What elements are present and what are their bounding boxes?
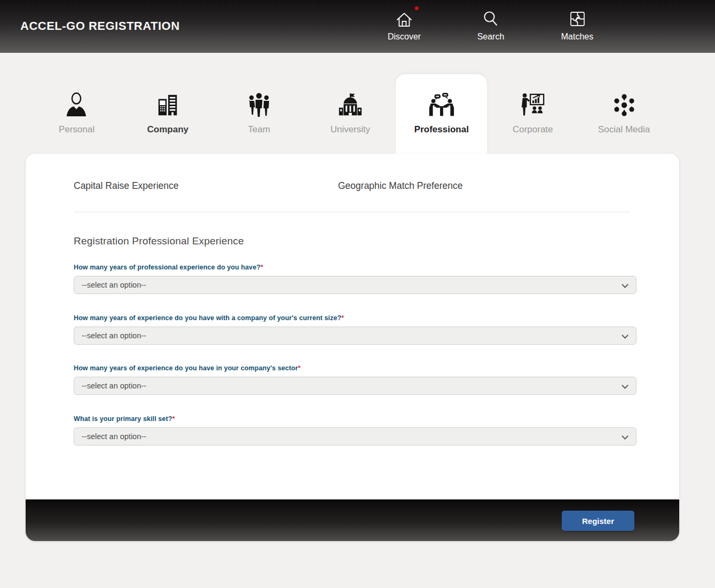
tab-label: University bbox=[331, 124, 371, 135]
required-asterisk: * bbox=[298, 364, 301, 372]
registration-panel: Capital Raise Experience Geographic Matc… bbox=[26, 154, 679, 541]
field-company-size-experience-years: How many years of experience do you have… bbox=[74, 314, 637, 345]
buildings-icon bbox=[155, 91, 180, 120]
field-label: How many years of experience do you have… bbox=[74, 314, 637, 322]
select-value: --select an option-- bbox=[82, 331, 146, 340]
top-nav: Discover Search bbox=[361, 7, 649, 42]
select-primary-skill-set[interactable]: --select an option-- bbox=[74, 427, 637, 446]
register-button[interactable]: Register bbox=[562, 511, 634, 531]
chevron-down-icon bbox=[622, 433, 628, 440]
tab-corporate[interactable]: Corporate bbox=[487, 74, 578, 154]
select-company-size-experience-years[interactable]: --select an option-- bbox=[74, 327, 637, 345]
tab-university[interactable]: University bbox=[305, 74, 396, 154]
required-asterisk: * bbox=[172, 415, 175, 423]
notification-badge bbox=[415, 6, 419, 10]
puzzle-icon bbox=[567, 10, 587, 30]
tab-label: Team bbox=[248, 124, 270, 135]
chevron-down-icon bbox=[622, 332, 628, 339]
tab-company[interactable]: Company bbox=[122, 74, 214, 154]
network-dots-icon bbox=[611, 91, 637, 120]
university-icon bbox=[337, 91, 364, 120]
form-footer: Register bbox=[26, 499, 679, 541]
tab-personal[interactable]: Personal bbox=[31, 74, 122, 154]
chevron-down-icon bbox=[622, 281, 628, 288]
tab-label: Corporate bbox=[513, 124, 553, 135]
divider bbox=[74, 212, 631, 212]
field-primary-skill-set: What is your primary skill set?* --selec… bbox=[74, 415, 637, 446]
tab-social-media[interactable]: Social Media bbox=[578, 74, 670, 154]
tab-team[interactable]: Team bbox=[214, 74, 305, 154]
select-professional-experience-years[interactable]: --select an option-- bbox=[74, 276, 637, 294]
tab-label: Personal bbox=[59, 124, 95, 135]
select-sector-experience-years[interactable]: --select an option-- bbox=[74, 377, 637, 395]
nav-label: Discover bbox=[388, 32, 421, 42]
tab-professional[interactable]: Professional bbox=[396, 74, 487, 154]
nav-label: Matches bbox=[561, 32, 593, 42]
person-icon bbox=[64, 91, 89, 120]
app-header: ACCEL-GO REGISTRATION Discover bbox=[0, 0, 715, 53]
tab-label: Social Media bbox=[598, 124, 650, 135]
field-label: How many years of experience do you have… bbox=[74, 364, 637, 372]
tab-label: Company bbox=[147, 124, 188, 135]
nav-item-discover[interactable]: Discover bbox=[361, 7, 447, 42]
section-link-capital-raise[interactable]: Capital Raise Experience bbox=[74, 180, 179, 192]
field-professional-experience-years: How many years of professional experienc… bbox=[74, 264, 637, 294]
nav-item-matches[interactable]: Matches bbox=[534, 7, 620, 42]
nav-label: Search bbox=[477, 32, 505, 42]
meeting-icon bbox=[428, 91, 455, 120]
chevron-down-icon bbox=[622, 382, 628, 389]
home-icon bbox=[394, 10, 414, 30]
group-icon bbox=[246, 91, 272, 120]
required-asterisk: * bbox=[261, 264, 263, 271]
section-link-geographic-match[interactable]: Geographic Match Preference bbox=[338, 180, 462, 192]
registration-tab-strip: Personal Company bbox=[26, 74, 679, 154]
select-value: --select an option-- bbox=[82, 432, 146, 441]
search-icon bbox=[481, 10, 501, 30]
select-value: --select an option-- bbox=[82, 281, 146, 289]
field-label: How many years of professional experienc… bbox=[74, 264, 637, 271]
app-title: ACCEL-GO REGISTRATION bbox=[20, 19, 180, 33]
required-asterisk: * bbox=[341, 314, 344, 322]
tab-label: Professional bbox=[414, 124, 469, 135]
nav-item-search[interactable]: Search bbox=[447, 7, 534, 42]
select-value: --select an option-- bbox=[82, 382, 146, 390]
form-title: Registration Professional Experience bbox=[74, 235, 244, 247]
field-sector-experience-years: How many years of experience do you have… bbox=[74, 364, 637, 395]
field-label: What is your primary skill set?* bbox=[74, 415, 637, 423]
presentation-icon bbox=[520, 91, 546, 120]
